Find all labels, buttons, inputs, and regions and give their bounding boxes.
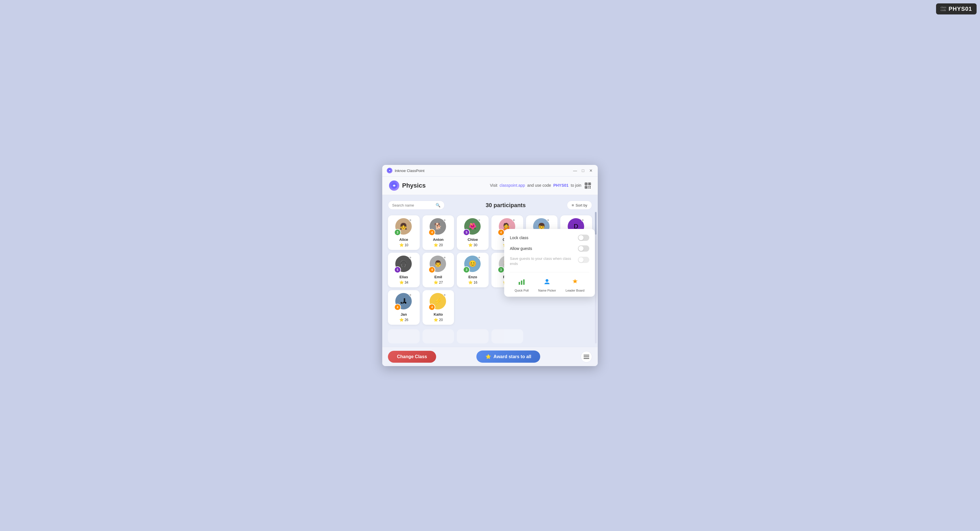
status-dot [443, 256, 446, 259]
status-dot [478, 219, 480, 222]
save-guests-toggle[interactable] [578, 257, 589, 263]
star-count: 20 [439, 243, 443, 247]
leader-board-icon [571, 278, 579, 287]
svg-rect-3 [585, 183, 587, 184]
class-code-value: PHYS01 [948, 6, 972, 12]
status-dot [547, 219, 550, 222]
award-stars-button[interactable]: ⭐ Award stars to all [476, 350, 540, 363]
award-star-icon: ⭐ [485, 354, 491, 359]
participant-stars: ⭐ 20 [434, 318, 443, 322]
status-dot [409, 293, 412, 296]
class-code-header: PHYS01 [553, 183, 568, 187]
avatar-wrap: 🏞 4 [395, 293, 412, 310]
lock-class-row: Lock class [510, 235, 589, 241]
menu-button[interactable] [581, 351, 592, 362]
leader-board-tool[interactable]: Leader Board [566, 278, 585, 292]
lock-class-toggle[interactable] [578, 235, 589, 241]
svg-rect-7 [585, 187, 587, 188]
participant-name: Kaito [434, 312, 443, 317]
svg-rect-12 [519, 282, 520, 285]
app-logo-small [387, 168, 393, 173]
status-dot [443, 293, 446, 296]
qr-icon[interactable] [585, 182, 591, 189]
bottom-bar: Change Class ⭐ Award stars to all [382, 347, 598, 366]
titlebar: Inknoe ClassPoint — □ ✕ [382, 165, 598, 176]
status-dot [581, 219, 584, 222]
quick-poll-tool[interactable]: Quick Poll [515, 278, 529, 292]
participant-card[interactable]: 👧 3 Alice ⭐ 10 [388, 216, 420, 250]
participant-card[interactable]: 🏞 4 Jan ⭐ 26 [388, 290, 420, 325]
svg-rect-5 [589, 183, 590, 184]
name-picker-label: Name Picker [538, 289, 556, 292]
sort-button[interactable]: ≡ Sort by [567, 201, 592, 210]
participant-name: Elias [399, 275, 408, 279]
level-badge: 3 [498, 266, 504, 273]
avatar-wrap: 🐕 4 [430, 218, 447, 235]
participant-stars: ⭐ 10 [399, 243, 408, 247]
classpoint-url[interactable]: classpoint.app [500, 183, 525, 187]
more-participants [388, 329, 592, 344]
scrollbar-thumb[interactable] [595, 212, 597, 235]
participant-card[interactable]: 🎧 5 Elias ⭐ 34 [388, 253, 420, 287]
search-input[interactable] [392, 203, 433, 208]
star-icon: ⭐ [468, 243, 473, 247]
minimize-button[interactable]: — [573, 168, 578, 173]
leader-board-label: Leader Board [566, 289, 585, 292]
quick-poll-label: Quick Poll [515, 289, 529, 292]
svg-rect-16 [584, 355, 589, 356]
star-count: 26 [405, 318, 408, 322]
level-badge: 4 [428, 229, 435, 236]
close-button[interactable]: ✕ [589, 168, 593, 173]
avatar-wrap: 😊 3 [464, 255, 481, 273]
status-dot [478, 256, 480, 259]
participants-count: 30 participants [486, 202, 526, 209]
participant-card[interactable]: 🐕 4 Anton ⭐ 20 [423, 216, 454, 250]
star-count: 20 [439, 318, 443, 322]
avatar-wrap: 👨 4 [430, 255, 447, 273]
svg-rect-13 [521, 281, 522, 285]
svg-rect-14 [523, 279, 525, 285]
participant-card[interactable]: ⚡ 4 Kaito ⭐ 20 [423, 290, 454, 325]
star-icon: ⭐ [468, 280, 473, 284]
participant-card[interactable]: 🌺 5 Chloe ⭐ 30 [457, 216, 488, 250]
level-badge: 5 [394, 266, 401, 273]
name-picker-tool[interactable]: Name Picker [538, 278, 556, 292]
allow-guests-label: Allow guests [510, 246, 532, 251]
level-badge: 3 [463, 266, 470, 273]
allow-guests-toggle[interactable] [578, 246, 589, 252]
allow-guests-row: Allow guests [510, 246, 589, 252]
participant-card[interactable]: 😊 3 Enzo ⭐ 16 [457, 253, 488, 287]
participant-name: Alice [399, 238, 408, 242]
svg-rect-9 [590, 186, 591, 187]
status-dot [512, 219, 515, 222]
level-badge: 3 [394, 229, 401, 236]
app-title: Inknoe ClassPoint [395, 169, 425, 173]
main-window: Inknoe ClassPoint — □ ✕ Physics Visit cl… [382, 165, 598, 366]
svg-rect-8 [589, 186, 589, 187]
restore-button[interactable]: □ [581, 168, 585, 173]
search-icon: 🔍 [436, 203, 441, 208]
level-badge: 4 [428, 304, 435, 311]
participant-stars: ⭐ 20 [434, 243, 443, 247]
settings-popup: Lock class Allow guests Save guests to y… [504, 229, 595, 297]
star-icon: ⭐ [399, 280, 404, 284]
participant-card[interactable]: 👨 4 Emil ⭐ 27 [423, 253, 454, 287]
status-dot [409, 256, 412, 259]
svg-rect-18 [584, 358, 589, 359]
participant-stars: ⭐ 27 [434, 280, 443, 284]
participant-name: Chloe [468, 238, 478, 242]
participant-stars: ⭐ 16 [468, 280, 477, 284]
search-box[interactable]: 🔍 [388, 201, 445, 210]
participant-name: Anton [433, 238, 444, 242]
star-count: 30 [474, 243, 477, 247]
change-class-button[interactable]: Change Class [388, 351, 436, 363]
participant-name: Jan [401, 312, 407, 317]
quick-poll-icon [518, 278, 525, 287]
participant-name: Enzo [468, 275, 477, 279]
status-dot [443, 219, 446, 222]
content-area: 🔍 30 participants ≡ Sort by 👧 3 Alice ⭐ … [382, 195, 598, 366]
svg-rect-10 [589, 187, 589, 189]
status-dot [409, 219, 412, 222]
participant-stars: ⭐ 26 [399, 318, 408, 322]
participant-name: Emil [434, 275, 442, 279]
